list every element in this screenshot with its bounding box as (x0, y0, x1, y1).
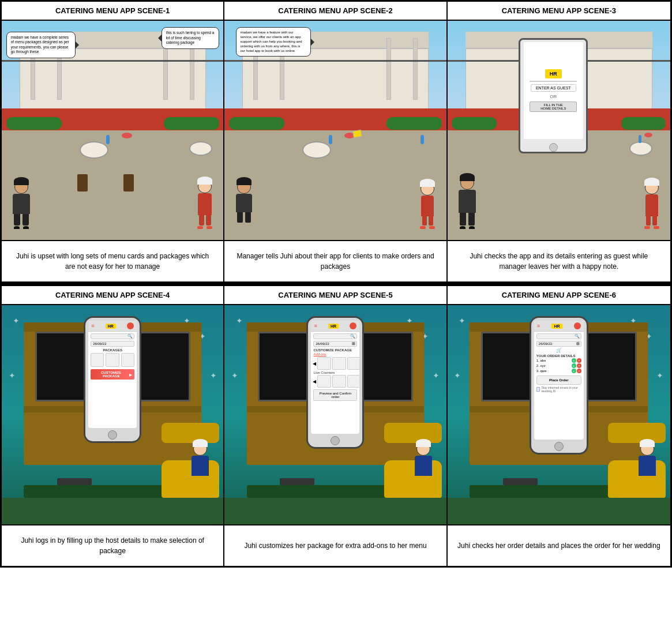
caption1: Juhi is upset with long sets of menu car… (2, 241, 224, 281)
female-legs2 (422, 216, 433, 226)
menu-icon5: ≡ (314, 323, 317, 329)
female-body2 (421, 196, 434, 216)
female-figure-scene4 (192, 442, 209, 476)
phone4: ≡ HR 🔍 26/09/22 PACKAGES (84, 316, 141, 443)
scene2-body: madam we have a feature with our service… (224, 21, 446, 240)
add-btn6-1[interactable]: + (572, 358, 576, 363)
item-text6-1: 1. abs (536, 359, 546, 362)
table3 (302, 141, 331, 159)
male-shoes1 (14, 226, 29, 229)
female-legs3 (646, 216, 657, 226)
star6-1: ✦ (459, 316, 465, 325)
female-hair3 (644, 178, 659, 186)
app-logo6: HR (551, 324, 562, 329)
male-shoes3 (460, 226, 475, 229)
male-shoe-l1 (14, 226, 20, 229)
female-head3 (645, 181, 659, 194)
add-btn6-2[interactable]: + (572, 363, 576, 368)
ml3 (460, 213, 466, 226)
date-text5: 26/09/22 (316, 342, 352, 346)
phone5: ≡ HR 🔍 26/09/22 ⊞ CUSTOMIZE P (306, 316, 364, 449)
female-shoe-l1 (197, 226, 203, 229)
user-icon4 (127, 322, 134, 329)
female-head1 (198, 179, 212, 193)
female-leg-l1 (199, 215, 204, 226)
star6-5: ✦ (454, 371, 461, 380)
col7 (386, 38, 391, 99)
app-search5: 🔍 (313, 333, 357, 339)
fr3 (652, 216, 657, 226)
male-hair3 (460, 173, 475, 181)
addon-slots5 (317, 357, 359, 370)
fs3r (654, 226, 659, 229)
bubble-scene2: madam we have a feature with our service… (236, 27, 311, 57)
phone-home-btn6 (554, 442, 564, 451)
app-date4: 26/09/22 (91, 341, 134, 347)
scene6-title: CATERING MENU APP SCENE-6 (448, 286, 670, 305)
preview-btn5[interactable]: Preview and Confirm order (313, 389, 357, 401)
date-text6: 26/09/22 (539, 342, 576, 346)
phone-home-btn4 (108, 430, 117, 440)
cal-icon5: ⊞ (352, 341, 355, 346)
live-slot5-1 (317, 375, 331, 388)
note-text6: Stay informed emails to your wedding ID (541, 386, 581, 393)
female-figure-scene3 (644, 181, 659, 229)
del-btn6-2[interactable]: × (577, 363, 581, 368)
female-leg-r1 (206, 215, 211, 226)
menu-icon4: ≡ (91, 323, 94, 329)
console4 (57, 478, 92, 485)
place-order-label6: Place Order (549, 378, 569, 382)
live-nav-left5[interactable]: ◀ (313, 379, 316, 384)
cart-icon6: 🛒 (534, 348, 584, 353)
hedge4 (386, 117, 442, 130)
live-slots5 (317, 375, 359, 388)
console6 (503, 478, 538, 485)
sofa-back5 (384, 423, 442, 443)
del-btn6-1[interactable]: × (577, 358, 581, 363)
del-btn6-3[interactable]: × (577, 369, 581, 373)
ms3l (460, 226, 465, 229)
male-legs2 (237, 212, 251, 223)
row-separator (2, 281, 670, 286)
order-item6-2: 2. xyz + × (536, 363, 581, 368)
star5-1: ✦ (236, 316, 243, 325)
bubble-scene1-male: madam we have a complete series of menu … (6, 32, 76, 58)
female-figure-scene1 (197, 179, 212, 229)
customize-btn4[interactable]: CUSTOMIZE PACKAGE (91, 369, 134, 380)
bowl-s3 (644, 133, 652, 137)
female-hair1 (197, 177, 212, 185)
hedge6 (621, 117, 666, 130)
place-order-btn6[interactable]: Place Order (536, 376, 581, 385)
scene4-col: CATERING MENU APP SCENE-4 ✦ ✦ ✦ ✦ ✦ ✦ (2, 286, 224, 524)
add-btn6-3[interactable]: + (572, 369, 576, 373)
app-header4: ≡ HR (88, 321, 137, 332)
package-slots4 (91, 353, 134, 367)
scene3-title: CATERING MENU APP SCENE-3 (448, 2, 670, 21)
mr2 (245, 212, 251, 223)
female-hair2 (420, 179, 435, 187)
addon-slot5-2 (332, 357, 346, 370)
floor6 (448, 498, 670, 524)
female-shoes2 (420, 226, 435, 229)
preview-label5: Preview and Confirm order (320, 392, 352, 399)
nav-left5[interactable]: ◀ (313, 361, 316, 366)
female-figure-scene2 (420, 182, 435, 229)
scene4-living: ✦ ✦ ✦ ✦ ✦ ✦ (2, 305, 223, 524)
app-date5: 26/09/22 ⊞ (313, 341, 357, 347)
male-head1 (14, 180, 28, 194)
tablet-screen3: HR ENTER AS GUEST OR FILL IN THEHOME DET… (524, 42, 583, 139)
sofa-back4 (162, 423, 219, 443)
sofa5 (384, 460, 442, 498)
male-leg-r1 (22, 214, 29, 226)
caption6: Juhi checks her order details and places… (448, 525, 670, 566)
bottle-s3 (639, 135, 641, 143)
phone-home-btn5 (331, 436, 340, 445)
scene2-bg: madam we have a feature with our service… (224, 21, 446, 240)
star6-6: ✦ (656, 371, 663, 380)
chair2 (123, 174, 134, 192)
customize-label5: CUSTOMIZE PACKAGE (313, 348, 357, 352)
male-body3 (459, 190, 476, 213)
female-body5 (415, 456, 432, 476)
app-header6: ≡ HR (534, 321, 584, 332)
star5-5: ✦ (231, 371, 238, 380)
